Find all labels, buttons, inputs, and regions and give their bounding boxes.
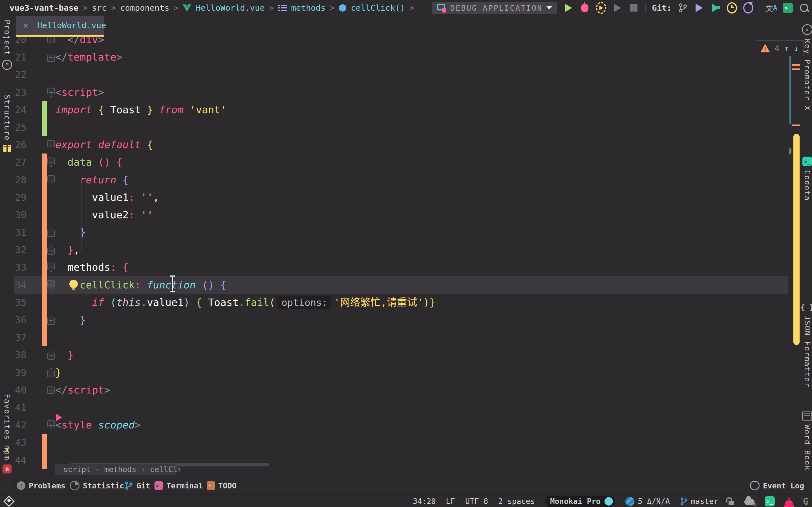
code-text[interactable]: methods: {	[55, 259, 129, 276]
code-line-27[interactable]: 27– data () {	[14, 154, 788, 171]
rollback-button[interactable]	[743, 3, 753, 13]
breadcrumb-project[interactable]: vue3-vant-base	[10, 3, 79, 13]
fold-marker-icon[interactable]: –	[47, 52, 55, 62]
push-button[interactable]	[711, 3, 721, 13]
code-text[interactable]: if (this.value1) { Toast.fail(options:'网…	[55, 294, 436, 311]
code-line-40[interactable]: 40–</script>	[14, 381, 788, 399]
code-line-28[interactable]: 28– return {	[14, 171, 788, 189]
sidebar-item-project[interactable]: Project M	[0, 20, 14, 70]
code-line-41[interactable]: 41	[14, 399, 788, 416]
sidebar-item-structure[interactable]: Structure	[0, 95, 14, 152]
code-text[interactable]: <script>	[55, 83, 104, 101]
code-text[interactable]: cellClick: function () {	[55, 276, 226, 294]
close-icon[interactable]: ×	[23, 20, 28, 31]
code-text[interactable]: }	[55, 364, 61, 381]
code-line-31[interactable]: 31– }	[14, 224, 788, 241]
caret-position[interactable]: 34:20	[413, 497, 436, 506]
code-line-33[interactable]: 33– methods: {	[14, 259, 788, 276]
breadcrumb-components[interactable]: components	[120, 3, 169, 13]
code-line-32[interactable]: 32– },	[14, 241, 788, 259]
terminal-button[interactable]: >_ Terminal	[154, 481, 203, 491]
line-separator[interactable]: LF	[446, 497, 455, 506]
search-everywhere-icon[interactable]	[799, 3, 809, 13]
run-disabled-button[interactable]	[612, 3, 622, 13]
fold-marker-icon[interactable]: –	[47, 315, 55, 325]
code-line-42[interactable]: 42–<style scoped>	[14, 416, 788, 434]
code-text[interactable]: </script>	[55, 381, 110, 399]
editor-area[interactable]: 20– </div>21–</template>2223–<script>24i…	[14, 16, 788, 480]
run-button[interactable]	[563, 3, 573, 13]
alarm-icon[interactable]	[785, 500, 793, 505]
fold-marker-icon[interactable]: –	[47, 88, 55, 97]
breadcrumb-src[interactable]: src	[92, 3, 107, 13]
fold-marker-icon[interactable]: –	[47, 158, 55, 167]
code-line-21[interactable]: 21–</template>	[14, 48, 788, 66]
fold-marker-icon[interactable]: –	[47, 245, 55, 255]
git-branch-widget[interactable]: master	[680, 497, 718, 506]
google-icon[interactable]: G	[803, 496, 809, 507]
file-encoding[interactable]: UTF-8	[465, 497, 488, 506]
code-text[interactable]: <style scoped>	[55, 416, 141, 434]
code-line-38[interactable]: 38– }	[14, 346, 788, 363]
fold-marker-icon[interactable]: –	[47, 140, 55, 150]
code-line-23[interactable]: 23–<script>	[14, 83, 788, 101]
code-line-35[interactable]: 35 if (this.value1) { Toast.fail(options…	[14, 294, 788, 311]
lock-icon[interactable]	[728, 501, 734, 505]
fold-marker-icon[interactable]: –	[47, 175, 55, 185]
sidebar-item-word-book[interactable]: Word Book	[802, 411, 812, 471]
problems-button[interactable]: ! Problems	[17, 481, 65, 491]
stop-button[interactable]	[629, 3, 639, 13]
terminal-toolbar-icon[interactable]: >_	[783, 3, 793, 13]
breadcrumb-file[interactable]: HelloWorld.vue	[196, 3, 264, 13]
code-text[interactable]: </template>	[55, 48, 122, 66]
code-line-25[interactable]: 25	[14, 119, 788, 136]
indent-style[interactable]: 2 spaces	[498, 497, 535, 506]
update-project-button[interactable]	[694, 3, 704, 13]
breadcrumb-cellclick[interactable]: cellClick()	[351, 3, 405, 13]
code-line-34[interactable]: 34– cellClick: function () {	[14, 276, 788, 294]
event-log-button[interactable]: Event Log	[750, 481, 804, 491]
vertical-scrollbar-thumb[interactable]	[794, 134, 800, 345]
fold-marker-icon[interactable]: –	[47, 263, 55, 272]
fold-marker-icon[interactable]: –	[47, 36, 55, 43]
code-line-22[interactable]: 22	[14, 66, 788, 83]
code-text[interactable]: return {	[55, 171, 129, 189]
prev-warning-arrow[interactable]: ↑	[784, 43, 789, 53]
code-text[interactable]: }	[55, 311, 86, 329]
code-text[interactable]: data () {	[55, 154, 122, 171]
tab-helloworld-vue[interactable]: × HelloWorld.vue	[16, 16, 104, 37]
local-history-button[interactable]	[727, 3, 737, 13]
breadcrumb-script[interactable]: script	[63, 465, 91, 474]
translate-icon[interactable]: 文A	[766, 3, 776, 13]
code-line-26[interactable]: 26–export default {	[14, 136, 788, 154]
statistic-button[interactable]: Statistic	[70, 481, 124, 491]
toolwindow-switcher-icon[interactable]	[3, 496, 15, 507]
code-line-24[interactable]: 24import { Toast } from 'vant'	[14, 101, 788, 119]
sidebar-item-key-promoter[interactable]: ✕ Key Promoter X	[802, 24, 812, 111]
code-text[interactable]: import { Toast } from 'vant'	[55, 101, 226, 119]
sidebar-item-codota[interactable]: >_ Codota	[802, 157, 812, 201]
code-line-29[interactable]: 29 value1: '',	[14, 189, 788, 206]
code-line-36[interactable]: 36– }	[14, 311, 788, 329]
codota-status-icon[interactable]: >_	[765, 496, 775, 506]
sidebar-item-npm[interactable]: npm n	[0, 445, 14, 473]
inspection-widget[interactable]: 4 ↑ ↓	[756, 40, 804, 56]
debug-button[interactable]	[580, 3, 590, 13]
sidebar-item-json-formatter[interactable]: { } JSON Formatter	[802, 303, 812, 388]
git-button[interactable]: Git	[124, 481, 150, 491]
fold-marker-icon[interactable]: –	[47, 350, 55, 360]
sidebar-item-favorites[interactable]: Favorites ★	[0, 394, 14, 453]
code-line-30[interactable]: 30 value2: ''	[14, 206, 788, 224]
breadcrumb-methods[interactable]: methods	[291, 3, 326, 13]
fold-marker-icon[interactable]: –	[47, 420, 55, 430]
todo-button[interactable]: TODO	[207, 481, 237, 491]
code-text[interactable]: },	[55, 241, 80, 259]
git-branch-icon[interactable]	[678, 3, 688, 13]
fold-marker-icon[interactable]: –	[47, 280, 55, 290]
fold-marker-icon[interactable]: –	[47, 228, 55, 237]
next-warning-arrow[interactable]: ↓	[794, 43, 799, 53]
code-line-37[interactable]: 37	[14, 329, 788, 346]
code-line-43[interactable]: 43	[14, 434, 788, 451]
run-configuration-select[interactable]: DEBUG APPLICATION	[432, 2, 557, 14]
breadcrumb-methods[interactable]: methods	[104, 465, 137, 474]
